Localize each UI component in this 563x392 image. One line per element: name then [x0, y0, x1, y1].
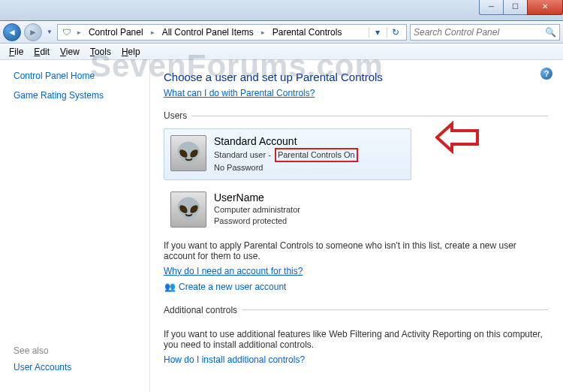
user-info: UserName Computer administrator Password… [214, 191, 405, 228]
user-name: Standard Account [214, 135, 405, 147]
menu-bar: File Edit View Tools Help [0, 44, 563, 60]
address-bar[interactable]: 🛡 ▸ Control Panel ▸ All Control Panel It… [57, 24, 407, 41]
avatar-icon: 👽 [170, 191, 206, 228]
see-also-user-accounts[interactable]: User Accounts [14, 362, 142, 372]
maximize-button[interactable]: ☐ [503, 0, 527, 15]
search-box[interactable]: 🔍 [410, 24, 560, 41]
breadcrumb-item-1[interactable]: All Control Panel Items [159, 26, 257, 39]
user-info: Standard Account Standard user - Parenta… [214, 135, 405, 173]
user-role: Computer administrator [214, 205, 300, 214]
see-also-label: See also [14, 345, 142, 356]
menu-tools[interactable]: Tools [86, 45, 116, 59]
window-controls: ─ ☐ ✕ [479, 0, 563, 15]
minimize-button[interactable]: ─ [479, 0, 503, 15]
breadcrumb-separator: ▸ [74, 29, 84, 36]
sidebar-home[interactable]: Control Panel Home [14, 71, 142, 81]
control-panel-icon: 🛡 [61, 26, 73, 38]
breadcrumb-separator: ▸ [258, 29, 268, 36]
user-card-standard[interactable]: 👽 Standard Account Standard user - Paren… [164, 128, 411, 180]
additional-controls-group: Additional controls If you want to use a… [164, 305, 548, 365]
main-content: ? Choose a user and set up Parental Cont… [150, 60, 563, 392]
breadcrumb-item-0[interactable]: Control Panel [86, 26, 146, 39]
page-title: Choose a user and set up Parental Contro… [164, 71, 548, 83]
address-dropdown[interactable]: ▾ [369, 27, 385, 38]
user-meta: Computer administrator Password protecte… [214, 204, 405, 227]
search-icon[interactable]: 🔍 [545, 27, 556, 38]
body: Control Panel Home Game Rating Systems S… [0, 60, 563, 392]
help-link[interactable]: What can I do with Parental Controls? [164, 88, 315, 98]
menu-help[interactable]: Help [117, 45, 145, 59]
nav-toolbar: ◄ ► ▼ 🛡 ▸ Control Panel ▸ All Control Pa… [0, 21, 563, 44]
users-legend: Users [164, 110, 191, 121]
user-role: Standard user [214, 150, 266, 159]
close-button[interactable]: ✕ [527, 0, 563, 15]
user-meta: Standard user - Parental Controls On No … [214, 148, 405, 173]
user-name: UserName [214, 191, 405, 204]
user-card-admin[interactable]: 👽 UserName Computer administrator Passwo… [164, 185, 411, 234]
create-account-link[interactable]: Create a new user account [179, 282, 286, 292]
menu-view[interactable]: View [56, 45, 84, 59]
user-password-status: Password protected [214, 216, 287, 225]
annotation-arrow [435, 120, 480, 155]
title-bar: ─ ☐ ✕ [0, 0, 563, 21]
users-group: Users 👽 Standard Account Standard user -… [164, 110, 548, 293]
search-input[interactable] [414, 27, 545, 38]
breadcrumb-item-2[interactable]: Parental Controls [269, 26, 345, 39]
create-account-link-row: 👥 Create a new user account [164, 281, 548, 293]
forward-button[interactable]: ► [24, 23, 42, 41]
user-password-status: No Password [214, 163, 263, 172]
additional-legend: Additional controls [164, 305, 242, 315]
nav-history-dropdown[interactable]: ▼ [45, 29, 54, 35]
breadcrumb-separator: ▸ [148, 29, 158, 36]
back-button[interactable]: ◄ [3, 23, 21, 41]
install-additional-link[interactable]: How do I install additional controls? [164, 354, 305, 365]
create-account-hint: If you want to apply Parental Controls t… [164, 240, 548, 261]
avatar-icon: 👽 [170, 135, 206, 171]
menu-file[interactable]: File [5, 45, 28, 59]
see-also-section: See also User Accounts [14, 345, 142, 381]
parental-controls-status: Parental Controls On [275, 148, 358, 162]
menu-edit[interactable]: Edit [29, 45, 54, 59]
help-icon[interactable]: ? [540, 68, 552, 80]
additional-hint: If you want to use additional features l… [164, 329, 548, 350]
why-account-link[interactable]: Why do I need an account for this? [164, 266, 303, 276]
refresh-button[interactable]: ↻ [387, 27, 403, 38]
users-icon: 👥 [164, 281, 176, 293]
sidebar-game-rating[interactable]: Game Rating Systems [14, 90, 142, 101]
sidebar: Control Panel Home Game Rating Systems S… [0, 60, 150, 392]
